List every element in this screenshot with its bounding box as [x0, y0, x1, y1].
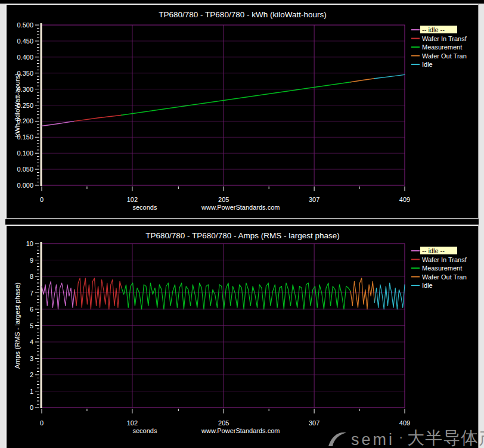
x-tick-label: 307 [309, 419, 319, 427]
amps-chart: TP680/780 - TP680/780 - Amps (RMS - larg… [7, 226, 478, 447]
x-tick-label: 0 [40, 196, 44, 203]
kwh-chart-panel: TP680/780 - TP680/780 - kWh (kiloWatt-ho… [5, 4, 479, 219]
y-tick-label: 0 [30, 404, 33, 411]
site-label: www.PowerStandards.com [201, 427, 280, 434]
series-line [350, 278, 374, 309]
x-tick-label: 205 [218, 196, 229, 203]
y-tick-label: 9 [30, 257, 33, 264]
watermark: semi · 大半导体产业网 [328, 428, 484, 448]
y-tick-label: 5 [30, 322, 33, 329]
legend-label: Idle [422, 282, 433, 289]
y-tick-label: 0.050 [17, 166, 33, 173]
y-tick-label: 0.500 [17, 21, 33, 29]
chart-title: TP680/780 - TP680/780 - Amps (RMS - larg… [145, 231, 339, 240]
y-tick-label: 0.450 [17, 38, 33, 45]
y-tick-label: 2 [30, 371, 33, 378]
legend-label: Idle [422, 61, 433, 68]
x-axis-label: seconds [133, 427, 157, 434]
x-tick-label: 307 [309, 196, 319, 203]
y-axis-label: kWh (kiloWatt-hours) [14, 73, 21, 137]
series-line [42, 281, 75, 309]
y-tick-label: 1 [30, 388, 33, 395]
x-tick-label: 409 [399, 419, 410, 427]
amps-chart-panel: TP680/780 - TP680/780 - Amps (RMS - larg… [5, 225, 479, 448]
series-line [374, 283, 405, 309]
y-tick-label: 4 [30, 338, 33, 346]
legend-label: Measurement [422, 265, 462, 272]
series-line [75, 115, 122, 121]
semi-logo-icon [328, 431, 347, 447]
legend-label: Measurement [422, 43, 462, 51]
legend-label: -- idle -- [422, 247, 445, 254]
legend-label: Wafer In Transf [422, 35, 467, 42]
x-tick-label: 205 [218, 419, 229, 427]
power-logger-window: TP680/780 - TP680/780 - kWh (kiloWatt-ho… [0, 0, 484, 448]
series-line [374, 74, 405, 78]
kwh-chart: TP680/780 - TP680/780 - kWh (kiloWatt-ho… [7, 5, 478, 218]
y-tick-label: 0.000 [17, 182, 33, 189]
x-axis-label: seconds [133, 204, 157, 211]
watermark-separator: · [399, 431, 403, 444]
legend-label: Wafer Out Tran [422, 273, 467, 281]
left-frame-edge [0, 4, 5, 448]
legend-label: Wafer In Transf [422, 256, 467, 263]
chart-title: TP680/780 - TP680/780 - kWh (kiloWatt-ho… [159, 10, 326, 19]
legend-label: Wafer Out Tran [422, 52, 467, 60]
x-tick-label: 409 [399, 196, 410, 203]
y-tick-label: 10 [26, 240, 33, 247]
site-label: www.PowerStandards.com [201, 204, 280, 211]
watermark-brand: semi [351, 432, 395, 448]
x-tick-label: 102 [127, 196, 138, 203]
x-tick-label: 0 [40, 419, 44, 427]
y-tick-label: 6 [30, 306, 33, 313]
series-line [75, 278, 122, 309]
y-tick-label: 7 [30, 290, 33, 297]
series-line [122, 283, 350, 309]
y-axis-label: Amps (RMS - largest phase) [14, 282, 21, 369]
watermark-text: 大半导体产业网 [407, 430, 484, 447]
y-tick-label: 8 [30, 273, 33, 280]
series-line [122, 82, 350, 115]
y-tick-label: 3 [30, 355, 33, 362]
series-line [350, 79, 374, 82]
series-line [42, 121, 75, 126]
x-tick-label: 102 [127, 419, 138, 427]
y-tick-label: 0.400 [17, 54, 33, 61]
right-frame-edge [479, 4, 484, 448]
legend-label: -- idle -- [422, 26, 445, 33]
y-tick-label: 0.100 [17, 150, 33, 157]
